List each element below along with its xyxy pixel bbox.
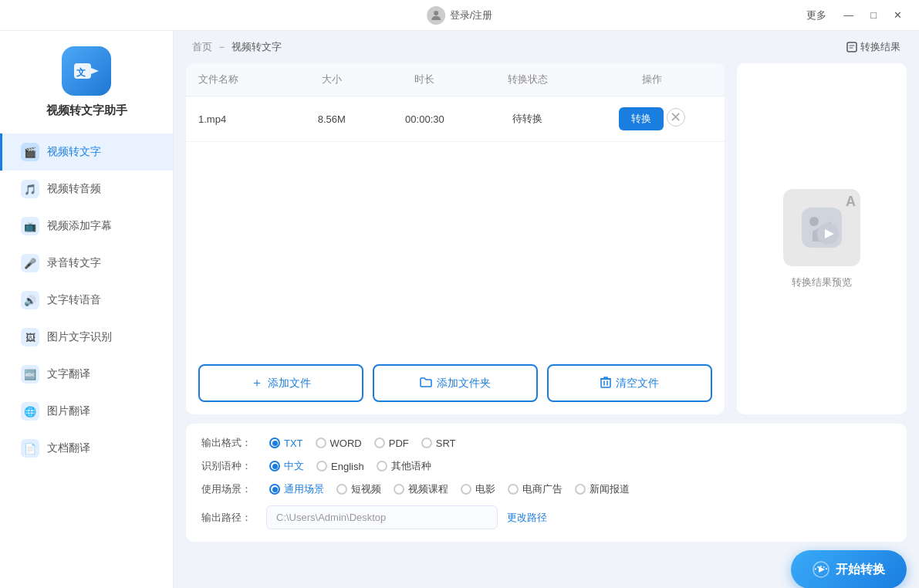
format-txt-label: TXT	[284, 438, 303, 449]
sidebar: 文 视频转文字助手 🎬 视频转文字 🎵 视频转音频 📺 视频添加字幕 🎤 录音转…	[0, 31, 174, 588]
file-name: 1.mp4	[186, 96, 289, 142]
scene-movie-label: 电影	[475, 482, 495, 496]
close-button[interactable]: ✕	[889, 8, 907, 22]
breadcrumb-home[interactable]: 首页	[192, 40, 212, 54]
scene-ecommerce[interactable]: 电商广告	[508, 482, 563, 496]
remove-file-button[interactable]: ✕	[667, 108, 685, 127]
minimize-button[interactable]: —	[839, 8, 858, 22]
lang-other-label: 其他语种	[391, 459, 431, 473]
lang-chinese[interactable]: 中文	[269, 459, 304, 473]
radio-course-circle	[394, 484, 404, 495]
login-label: 登录/注册	[450, 8, 493, 22]
text-translate-icon: 🔤	[21, 365, 39, 384]
sidebar-item-doc-translate[interactable]: 📄 文档翻译	[0, 430, 173, 467]
bottom-bar: 开始转换	[174, 551, 919, 588]
file-table: 文件名称 大小 时长 转换状态 操作 1.mp4 8.56M 00:00:30	[186, 63, 725, 142]
video-to-audio-icon: 🎵	[21, 180, 39, 198]
scene-news-label: 新闻报道	[590, 482, 630, 496]
text-to-speech-icon: 🔊	[21, 291, 39, 309]
sidebar-item-label: 图片文字识别	[47, 330, 112, 344]
format-word-label: WORD	[330, 438, 362, 449]
radio-pdf-circle	[374, 438, 385, 448]
scene-short-video[interactable]: 短视频	[336, 482, 381, 496]
login-area[interactable]: 登录/注册	[427, 6, 493, 25]
radio-srt-circle	[421, 438, 432, 448]
output-format-label: 输出格式：	[201, 436, 257, 450]
radio-news-circle	[575, 484, 586, 495]
sidebar-item-label: 图片翻译	[47, 404, 90, 418]
format-pdf[interactable]: PDF	[374, 438, 409, 449]
sidebar-item-audio-to-text[interactable]: 🎤 录音转文字	[0, 245, 173, 282]
sidebar-item-video-subtitle[interactable]: 📺 视频添加字幕	[0, 208, 173, 245]
scene-row: 使用场景： 通用场景 短视频 视频课程	[201, 482, 891, 496]
scene-general[interactable]: 通用场景	[269, 482, 324, 496]
sidebar-item-image-ocr[interactable]: 🖼 图片文字识别	[0, 319, 173, 356]
sidebar-item-label: 文字翻译	[47, 367, 90, 381]
convert-result-button[interactable]: 转换结果	[846, 40, 900, 54]
scene-course[interactable]: 视频课程	[394, 482, 448, 496]
col-status: 转换状态	[475, 63, 579, 96]
file-action: 转换 ✕	[579, 96, 725, 142]
sidebar-item-label: 视频转文字	[47, 145, 101, 159]
main-panel: 文件名称 大小 时长 转换状态 操作 1.mp4 8.56M 00:00:30	[174, 63, 919, 414]
settings-area: 输出格式： TXT WORD PDF	[186, 424, 907, 542]
language-label: 识别语种：	[201, 459, 257, 473]
convert-result-label: 转换结果	[860, 40, 900, 54]
col-name: 文件名称	[186, 63, 289, 96]
add-file-button[interactable]: ＋ 添加文件	[198, 364, 363, 402]
format-pdf-label: PDF	[389, 438, 409, 449]
table-spacer	[186, 142, 725, 352]
format-txt[interactable]: TXT	[269, 438, 303, 449]
scene-label: 使用场景：	[201, 482, 257, 496]
sidebar-item-text-translate[interactable]: 🔤 文字翻译	[0, 356, 173, 393]
lang-english-label: English	[331, 461, 364, 472]
maximize-button[interactable]: □	[866, 8, 881, 22]
folder-icon	[420, 377, 432, 390]
preview-placeholder-icon: A	[783, 189, 860, 266]
file-duration: 00:00:30	[373, 96, 475, 142]
clear-files-button[interactable]: 清空文件	[547, 364, 712, 402]
lang-english[interactable]: English	[316, 461, 364, 472]
sidebar-nav: 🎬 视频转文字 🎵 视频转音频 📺 视频添加字幕 🎤 录音转文字 🔊 文字转语音…	[0, 133, 173, 467]
letter-a: A	[846, 194, 856, 210]
radio-chinese-circle	[269, 461, 280, 471]
add-folder-button[interactable]: 添加文件夹	[373, 364, 538, 402]
col-action: 操作	[579, 63, 725, 96]
start-convert-button[interactable]: 开始转换	[791, 550, 907, 588]
lang-other[interactable]: 其他语种	[377, 459, 431, 473]
video-to-text-icon: 🎬	[21, 143, 39, 161]
scene-course-label: 视频课程	[408, 482, 448, 496]
col-size: 大小	[289, 63, 373, 96]
svg-point-0	[434, 11, 438, 15]
path-change-button[interactable]: 更改路径	[507, 511, 547, 525]
sidebar-item-image-translate[interactable]: 🌐 图片翻译	[0, 393, 173, 430]
scene-movie[interactable]: 电影	[461, 482, 495, 496]
lang-chinese-label: 中文	[284, 459, 304, 473]
sidebar-item-label: 视频转音频	[47, 182, 101, 196]
sidebar-item-video-to-text[interactable]: 🎬 视频转文字	[0, 133, 173, 171]
scene-general-label: 通用场景	[284, 482, 324, 496]
svg-rect-4	[847, 42, 856, 52]
sidebar-item-video-to-audio[interactable]: 🎵 视频转音频	[0, 171, 173, 208]
path-label: 输出路径：	[201, 511, 257, 525]
file-area: 文件名称 大小 时长 转换状态 操作 1.mp4 8.56M 00:00:30	[186, 63, 725, 414]
convert-file-button[interactable]: 转换	[619, 107, 664, 130]
svg-point-7	[809, 217, 819, 226]
output-format-row: 输出格式： TXT WORD PDF	[201, 436, 891, 450]
scene-radio-group: 通用场景 短视频 视频课程 电影	[269, 482, 630, 496]
radio-movie-circle	[461, 484, 471, 495]
file-size: 8.56M	[289, 96, 373, 142]
scene-news[interactable]: 新闻报道	[575, 482, 630, 496]
svg-text:文: 文	[76, 67, 86, 78]
sidebar-item-label: 视频添加字幕	[47, 219, 112, 233]
sidebar-item-text-to-speech[interactable]: 🔊 文字转语音	[0, 282, 173, 319]
format-srt[interactable]: SRT	[421, 438, 456, 449]
radio-shortvideo-circle	[336, 484, 347, 495]
radio-general-circle	[269, 484, 280, 495]
format-word[interactable]: WORD	[316, 438, 362, 449]
more-button[interactable]: 更多	[802, 7, 831, 24]
path-input[interactable]	[266, 505, 498, 529]
table-row: 1.mp4 8.56M 00:00:30 待转换 转换 ✕	[186, 96, 725, 142]
avatar-icon	[427, 6, 445, 25]
svg-marker-2	[91, 68, 99, 74]
